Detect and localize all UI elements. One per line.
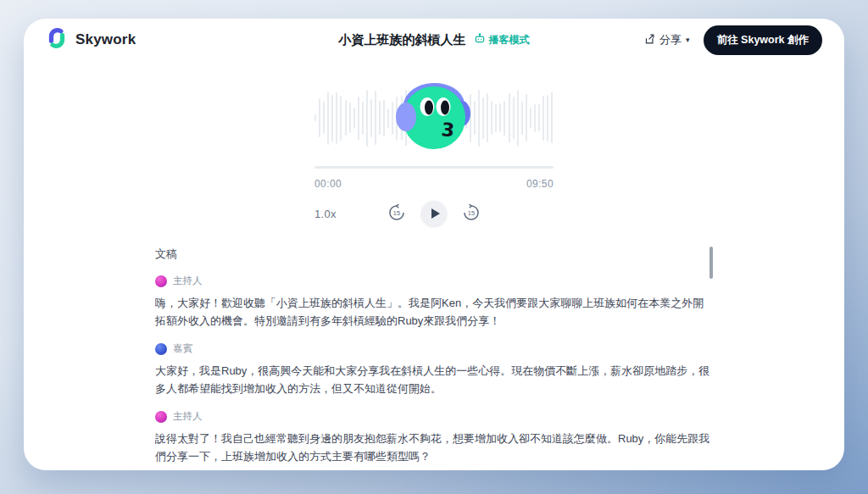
waveform-bar [487,93,488,142]
robot-podcast-icon [475,33,486,47]
waveform-bar [499,103,501,132]
speaker-label: 主持人 [173,410,203,423]
waveform-bar [327,92,329,145]
transcript-text: 嗨，大家好！歡迎收聽「小資上班族的斜槓人生」。我是阿Ken，今天我們要跟大家聊聊… [155,294,713,330]
waveform-bar [358,97,359,140]
title-block: 小資上班族的斜槓人生 播客模式 [339,19,530,61]
waveform-bar [491,101,492,135]
podcast-mode-toggle[interactable]: 播客模式 [475,33,530,47]
waveform-bar [387,108,389,128]
guest-avatar [155,343,167,355]
transcript-text: 說得太對了！我自己也經常聽到身邊的朋友抱怨薪水不夠花，想要增加收入卻不知道該怎麼… [155,430,713,465]
share-export-icon [643,33,655,47]
time-row: 00:00 09:50 [314,178,554,190]
play-icon [431,208,440,219]
waveform-bar [331,95,333,142]
audio-visualization: 3 [314,75,554,161]
waveform-bar [362,102,364,135]
waveform-bar [349,103,351,133]
waveform-bar [551,92,553,143]
waveform-bar [513,97,515,139]
waveform-bar [336,92,337,144]
logo-text: Skywork [75,31,136,48]
waveform-bar [530,108,531,128]
audio-player: 3 00:00 09:50 1.0x 15 [314,75,554,226]
transcript-panel: 文稿 主持人 嗨，大家好！歡迎收聽「小資上班族的斜槓人生」。我是阿Ken，今天我… [155,247,713,470]
header: Skywork 小資上班族的斜槓人生 播客模式 [24,19,844,61]
go-to-skywork-create-button[interactable]: 前往 Skywork 創作 [704,25,822,55]
waveform-bar [547,95,548,142]
waveform-bar [319,98,320,137]
playback-controls: 1.0x 15 15 [314,201,554,226]
play-button[interactable] [421,201,447,226]
waveform-bar [542,96,544,141]
waveform-bar [509,93,510,143]
waveform-bar [379,101,381,135]
podcast-mode-label: 播客模式 [489,33,530,47]
skip-back-15-button[interactable]: 15 [387,203,406,225]
skip-forward-15-button[interactable]: 15 [462,203,481,225]
current-time: 00:00 [314,178,342,190]
speaker-row: 主持人 [155,275,713,287]
total-time: 09:50 [526,178,554,190]
svg-text:15: 15 [468,209,475,217]
header-actions: 分享 ▾ 前往 Skywork 創作 [643,25,822,55]
transcript-text: 大家好，我是Ruby，很高興今天能和大家分享我在斜槓人生的一些心得。現在物價不斷… [155,362,713,397]
host-avatar [155,275,167,287]
waveform-bar [323,102,325,134]
share-button[interactable]: 分享 ▾ [643,32,690,47]
speaker-row: 嘉賓 [155,342,713,355]
page-title: 小資上班族的斜槓人生 [339,32,466,48]
transcript-entry: 主持人 說得太對了！我自己也經常聽到身邊的朋友抱怨薪水不夠花，想要增加收入卻不知… [155,410,713,465]
waveform-bar [353,108,355,129]
waveform-bar [521,101,523,135]
forward-15-icon: 15 [462,203,481,225]
waveform-bar [383,100,385,136]
waveform-bar [538,104,540,131]
transcript-heading: 文稿 [155,247,713,262]
player-card: Skywork 小資上班族的斜槓人生 播客模式 [24,19,844,470]
transcript-entry: 嘉賓 大家好，我是Ruby，很高興今天能和大家分享我在斜槓人生的一些心得。現在物… [155,342,713,397]
waveform-bar [534,104,536,132]
podcast-avatar: 3 [393,69,475,158]
transcript-scrollbar[interactable] [709,247,713,279]
waveform-bar [370,99,372,137]
speaker-label: 嘉賓 [173,342,192,355]
skywork-logo-icon [46,27,68,53]
waveform-bar [526,94,527,142]
speaker-row: 主持人 [155,410,713,423]
transcript-entry: 主持人 嗨，大家好！歡迎收聽「小資上班族的斜槓人生」。我是阿Ken，今天我們要跟… [155,275,713,330]
skywork-logo[interactable]: Skywork [46,27,136,53]
waveform-bar [504,101,505,136]
progress-track [314,166,554,169]
replay-15-icon: 15 [387,203,406,225]
caret-down-icon: ▾ [686,36,690,44]
waveform-bar [495,104,497,132]
waveform-bar [345,100,347,136]
waveform-bar [366,90,368,147]
share-label: 分享 [659,32,682,47]
progress-bar[interactable] [314,166,554,169]
host-avatar [155,411,167,423]
playback-speed-button[interactable]: 1.0x [314,208,337,220]
speaker-label: 主持人 [173,275,203,287]
svg-text:15: 15 [393,209,400,217]
avatar-mouth: 3 [440,119,455,141]
waveform-bar [482,97,484,139]
waveform-bar [478,90,480,147]
waveform-bar [375,91,376,145]
waveform-bar [314,114,316,121]
waveform-bar [340,96,342,141]
waveform-bar [517,90,519,147]
